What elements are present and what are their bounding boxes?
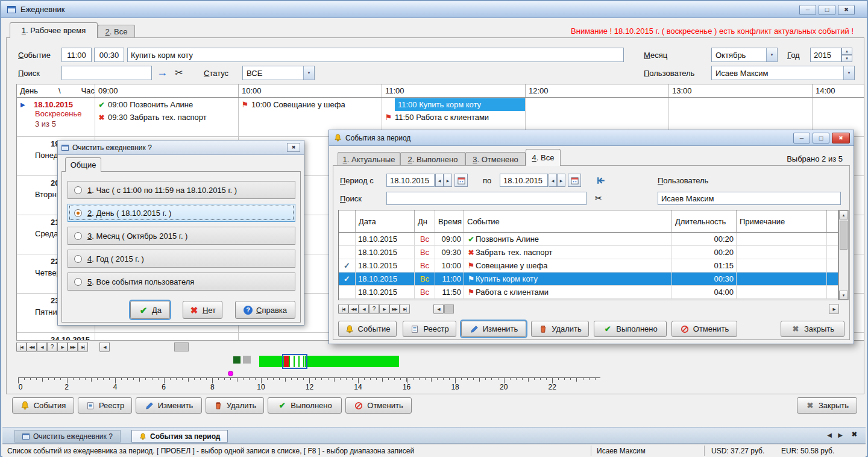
- year-input[interactable]: [810, 48, 841, 62]
- dialog-titlebar[interactable]: Очистить ежедневник ? ✖: [58, 140, 304, 155]
- close-icon[interactable]: ✖: [832, 133, 850, 143]
- close-icon[interactable]: ✖: [287, 143, 300, 152]
- reset-period-icon[interactable]: [595, 175, 607, 186]
- main-titlebar[interactable]: Ежедневник: [1, 1, 867, 18]
- nav-prev-button[interactable]: ◀: [359, 304, 369, 314]
- day-cell[interactable]: ▶18.10.2015 Воскресенье 3 из 5: [17, 98, 95, 136]
- hour-cell[interactable]: [95, 333, 239, 341]
- help-button[interactable]: ? Справка: [235, 301, 295, 319]
- edit-button[interactable]: Изменить: [461, 321, 526, 337]
- period-from-input[interactable]: [386, 174, 435, 187]
- tab-close-icon[interactable]: ✖: [852, 430, 857, 438]
- date-prev-icon[interactable]: ◀: [549, 174, 557, 187]
- nav-last-button[interactable]: ▶|: [78, 342, 88, 352]
- nav-first-button[interactable]: |◀: [338, 304, 348, 314]
- event-item[interactable]: ⚑11:50 Работа с клиентами: [382, 111, 525, 124]
- event-item[interactable]: ⚑10:00 Совещание у шефа: [239, 98, 382, 111]
- date-prev-icon[interactable]: ◀: [435, 174, 444, 187]
- close-app-button[interactable]: ✖ Закрыть: [797, 397, 857, 414]
- event-text-input[interactable]: [127, 48, 624, 62]
- radio-icon[interactable]: [74, 255, 82, 263]
- nav-next-button[interactable]: ▶: [379, 304, 389, 314]
- user-combo[interactable]: Исаев Максим ▼: [711, 66, 855, 80]
- year-up-icon[interactable]: ▲: [841, 48, 852, 55]
- done-button[interactable]: ✔ Выполнено: [268, 397, 342, 414]
- cancel-event-button[interactable]: Отменить: [345, 397, 412, 414]
- table-row-selected[interactable]: ✓ 18.10.2015 Вс 11:00 ⚑Купить корм коту …: [339, 273, 838, 286]
- option-clear-month[interactable]: 3. Месяц ( Октябрь 2015 г. ): [68, 227, 295, 245]
- tab-all[interactable]: 2. Все: [98, 25, 135, 38]
- year-down-icon[interactable]: ▼: [841, 55, 852, 62]
- scroll-up-icon[interactable]: ▲: [839, 210, 848, 219]
- radio-selected-icon[interactable]: [74, 209, 82, 217]
- tab-scroll-left-icon[interactable]: ◀: [827, 432, 832, 438]
- nav-prev-button[interactable]: ◀: [37, 342, 47, 352]
- search-input[interactable]: [386, 192, 587, 205]
- chevron-down-icon[interactable]: ▼: [843, 66, 854, 80]
- radio-icon[interactable]: [74, 278, 82, 286]
- event-time-input[interactable]: [61, 48, 92, 62]
- search-go-icon[interactable]: →: [156, 65, 169, 80]
- window-titlebar[interactable]: События за период: [329, 130, 854, 146]
- done-button[interactable]: ✔ Выполнено: [594, 321, 667, 337]
- nav-next-page-button[interactable]: ▶▶: [68, 342, 78, 352]
- vscroll-thumb[interactable]: [840, 221, 848, 250]
- table-row[interactable]: ✓ 18.10.2015 Вс 10:00 ⚑Совещание у шефа …: [339, 259, 838, 273]
- event-item[interactable]: ✖09:30 Забрать тех. паспорт: [95, 111, 238, 124]
- registry-button[interactable]: Реестр: [403, 321, 456, 337]
- scroll-right-icon[interactable]: ▶: [829, 304, 839, 314]
- status-combo[interactable]: ВСЕ ▼: [242, 66, 315, 80]
- close-icon[interactable]: ✖: [838, 5, 855, 15]
- option-clear-year[interactable]: 4. Год ( 2015 г. ): [68, 250, 295, 268]
- nav-prev-page-button[interactable]: ◀◀: [27, 342, 37, 352]
- search-input[interactable]: [61, 66, 152, 80]
- table-row[interactable]: 18.10.2015 Вс 11:50 ⚑Работа с клиентами …: [339, 286, 838, 299]
- option-clear-hour[interactable]: 1. Час ( с 11:00 по 11:59 на 18.10.2015 …: [68, 181, 295, 199]
- period-to-input[interactable]: [500, 174, 548, 187]
- tab-general[interactable]: Общие: [65, 157, 101, 172]
- bottom-tab-clear-dialog[interactable]: Очистить ежедневник ?: [14, 430, 121, 443]
- yes-button[interactable]: ✔ Да: [130, 301, 170, 319]
- tab-working-time[interactable]: 1. Рабочее время: [10, 22, 98, 38]
- nav-first-button[interactable]: |◀: [16, 342, 27, 352]
- clear-search-scissors-icon[interactable]: ✂: [593, 192, 605, 205]
- minimize-icon[interactable]: ─: [799, 5, 816, 15]
- table-row[interactable]: 18.10.2015 Вс 09:00 ✔Позвонить Алине 00:…: [339, 233, 838, 246]
- chevron-down-icon[interactable]: ▼: [766, 48, 777, 61]
- nav-help-button[interactable]: ?: [369, 304, 379, 314]
- vscrollbar[interactable]: ▲ ▼: [838, 210, 849, 300]
- option-clear-day[interactable]: 2. День ( 18.10.2015 г. ): [68, 204, 295, 222]
- cancel-event-button[interactable]: Отменить: [671, 321, 737, 337]
- minimize-icon[interactable]: ─: [793, 133, 810, 143]
- user-input[interactable]: [658, 192, 841, 205]
- nav-prev-page-button[interactable]: ◀◀: [348, 304, 359, 314]
- date-next-icon[interactable]: ▶: [557, 174, 565, 187]
- scroll-left-icon[interactable]: ◀: [433, 304, 444, 314]
- chevron-down-icon[interactable]: ▼: [303, 66, 314, 80]
- nav-last-button[interactable]: ▶|: [400, 304, 410, 314]
- radio-icon[interactable]: [74, 186, 82, 194]
- tab-all-events[interactable]: 4. Все: [526, 149, 561, 166]
- tab-done[interactable]: 2. Выполнено: [400, 152, 465, 166]
- timeline-selection-rect[interactable]: [282, 354, 307, 369]
- calendar-icon[interactable]: [454, 174, 468, 187]
- nav-next-page-button[interactable]: ▶▶: [389, 304, 400, 314]
- hscroll-thumb[interactable]: [444, 304, 454, 314]
- nav-next-button[interactable]: ▶: [57, 342, 68, 352]
- option-clear-all[interactable]: 5. Все события пользователя: [68, 273, 295, 291]
- day-cell[interactable]: 24.10.2015: [17, 333, 95, 341]
- bottom-tab-events-period[interactable]: События за период: [131, 430, 228, 443]
- hour-cell-09[interactable]: ✔09:00 Позвонить Алине ✖09:30 Забрать те…: [95, 98, 239, 136]
- maximize-icon[interactable]: □: [819, 5, 835, 15]
- tab-actual[interactable]: 1. Актуальные: [338, 152, 400, 166]
- close-window-button[interactable]: ✖ Закрыть: [781, 321, 844, 337]
- calendar-icon[interactable]: [568, 174, 581, 187]
- no-button[interactable]: ✖ Нет: [183, 301, 222, 319]
- selected-event-item[interactable]: 11:00 Купить корм коту: [395, 98, 525, 111]
- scroll-left-icon[interactable]: ◀: [99, 342, 110, 352]
- date-next-icon[interactable]: ▶: [444, 174, 452, 187]
- month-combo[interactable]: Октябрь ▼: [711, 48, 778, 62]
- nav-help-button[interactable]: ?: [47, 342, 57, 352]
- event-duration-input[interactable]: [94, 48, 124, 62]
- tab-scroll-right-icon[interactable]: ▶: [838, 432, 843, 438]
